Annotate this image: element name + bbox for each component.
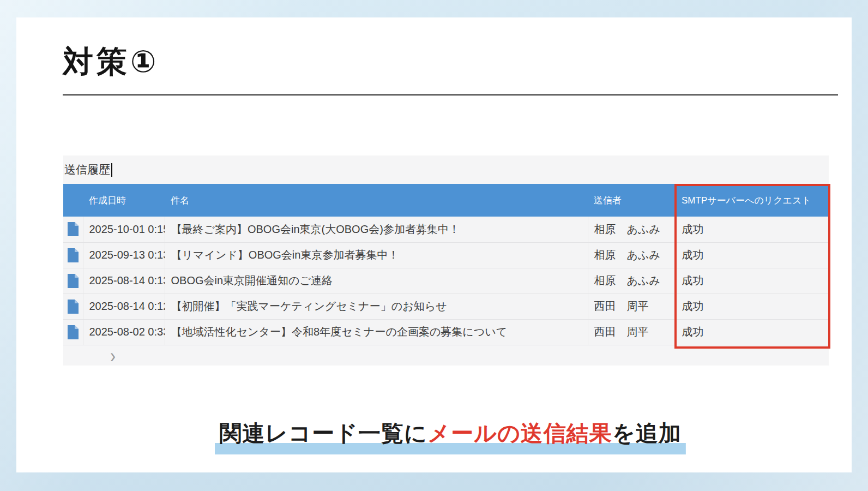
sent-history-panel: 送信履歴 作成日時 件名 送信者 SMTPサーバーへのリクエスト [63,155,829,366]
table-header-row: 作成日時 件名 送信者 SMTPサーバーへのリクエスト [63,184,829,217]
status-cell: 成功 [676,294,829,319]
document-icon[interactable] [68,325,79,339]
caption-row: 関連レコード一覧にメールの送信結果を追加 [16,420,868,454]
subject-cell: 【リマインド】OBOG会in東京参加者募集中！ [165,242,588,268]
document-icon[interactable] [68,274,79,288]
next-page-icon[interactable]: › [110,345,116,366]
status-cell: 成功 [676,319,829,345]
status-cell: 成功 [676,268,829,294]
table-label-input[interactable]: 送信履歴 [64,162,110,177]
document-icon[interactable] [68,248,79,262]
slide-card: 対策① 送信履歴 作成日時 件名 送信者 SMTPサーバーへのリクエスト [16,17,852,472]
sent-history-table: 作成日時 件名 送信者 SMTPサーバーへのリクエスト 2025-10-01 0… [63,184,829,345]
created-column-header: 作成日時 [83,184,165,217]
caption-highlight: メールの送信結果 [427,421,612,446]
document-icon[interactable] [68,222,79,236]
caption-suffix: を追加 [612,421,682,446]
sender-cell: 西田 周平 [588,294,676,319]
table-row: 2025-08-14 0:13 OBOG会in東京開催通知のご連絡 相原 あふみ… [63,268,829,294]
status-column-header: SMTPサーバーへのリクエスト [676,184,829,217]
sender-column-header: 送信者 [588,184,676,217]
created-cell: 2025-10-01 0:15 [83,217,165,242]
table-row: 2025-10-01 0:15 【最終ご案内】OBOG会in東京(大OBOG会)… [63,217,829,242]
table-row: 2025-09-13 0:13 【リマインド】OBOG会in東京参加者募集中！ … [63,242,829,268]
record-icon-cell[interactable] [63,319,83,345]
table-row: 2025-08-02 0:33 【地域活性化センター】令和8年度セミナーの企画案… [63,319,829,345]
subject-cell: 【初開催】「実践マーケティングセミナー」のお知らせ [165,294,588,319]
text-cursor [111,163,112,177]
status-cell: 成功 [676,242,829,268]
created-cell: 2025-08-02 0:33 [83,319,165,345]
status-cell: 成功 [676,217,829,242]
created-cell: 2025-08-14 0:13 [83,268,165,294]
table-label-row: 送信履歴 [63,155,829,184]
page-title: 対策① [63,41,159,83]
subject-column-header: 件名 [165,184,588,217]
sender-cell: 相原 あふみ [588,268,676,294]
record-icon-cell[interactable] [63,268,83,294]
caption-text: 関連レコード一覧にメールの送信結果を追加 [215,420,686,454]
sender-cell: 相原 あふみ [588,242,676,268]
subject-cell: 【最終ご案内】OBOG会in東京(大OBOG会)参加者募集中！ [165,217,588,242]
icon-column-header [63,184,83,217]
created-cell: 2025-09-13 0:13 [83,242,165,268]
sender-cell: 相原 あふみ [588,217,676,242]
subject-cell: OBOG会in東京開催通知のご連絡 [165,268,588,294]
record-icon-cell[interactable] [63,242,83,268]
subject-cell: 【地域活性化センター】令和8年度セミナーの企画案の募集について [165,319,588,345]
slide-background: 対策① 送信履歴 作成日時 件名 送信者 SMTPサーバーへのリクエスト [0,0,868,491]
document-icon[interactable] [68,300,79,314]
caption-prefix: 関連レコード一覧に [219,421,427,446]
record-icon-cell[interactable] [63,294,83,319]
sender-cell: 西田 周平 [588,319,676,345]
created-cell: 2025-08-14 0:12 [83,294,165,319]
table-row: 2025-08-14 0:12 【初開催】「実践マーケティングセミナー」のお知ら… [63,294,829,319]
record-icon-cell[interactable] [63,217,83,242]
title-divider [63,94,838,95]
table-footer: › [63,345,829,366]
